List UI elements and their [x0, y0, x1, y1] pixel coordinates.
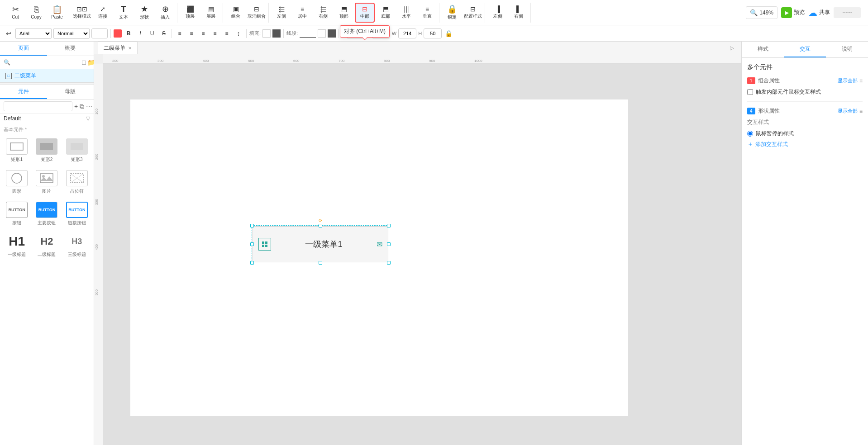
underline-button[interactable]: U [147, 28, 157, 38]
align-right-text-button[interactable]: ≡ [210, 28, 220, 38]
line-weight-swatch[interactable] [328, 29, 336, 38]
show-all-combine[interactable]: 显示全部 [838, 77, 858, 84]
share-button[interactable]: ☁ 共享 [808, 7, 830, 18]
comp-grid-buttons: BUTTON 按钮 BUTTON 主要按钮 BUTTON 链接按钮 [0, 198, 94, 230]
shape-button[interactable]: ★ 形状 [134, 3, 154, 23]
text-button[interactable]: T 文本 [114, 3, 134, 23]
comp-item-button-primary[interactable]: BUTTON 主要按钮 [33, 200, 60, 228]
connect-button[interactable]: ⤢ 连接 [93, 3, 113, 23]
select-button[interactable]: ⊡⊡ 选择模式 [72, 3, 92, 23]
line-style-picker[interactable] [300, 29, 316, 38]
font-size-input[interactable] [91, 28, 108, 38]
list-button[interactable]: ≡ [175, 28, 185, 38]
comp-item-circle[interactable]: 圆形 [4, 168, 30, 196]
panel-right-button[interactable]: ▌ 右侧 [509, 3, 529, 23]
comp-item-button-link[interactable]: BUTTON 链接按钮 [64, 200, 90, 228]
components-panel: 元件 母版 + ⧉ ⋯ Default ▽ 基本元件 * [0, 85, 94, 445]
comp-item-rect2[interactable]: 矩形2 [33, 137, 60, 165]
comp-item-rect1[interactable]: 矩形1 [4, 137, 30, 165]
user-avatar[interactable]: •••••• [834, 7, 861, 18]
style-button[interactable]: ⊟ 配置样式 [463, 3, 483, 23]
comp-more-button[interactable]: ⋯ [86, 101, 92, 111]
italic-button[interactable]: I [135, 28, 145, 38]
canvas-scroll-area[interactable]: 200 300 400 500 600 700 800 900 1000 100… [94, 54, 741, 445]
undo-button[interactable]: ↩ [4, 28, 14, 38]
lock-button[interactable]: 🔒 锁定 [442, 3, 462, 23]
zoom-control[interactable]: 🔍 149% [746, 6, 777, 19]
font-style-select[interactable]: Normal [53, 28, 90, 39]
tab-pages[interactable]: 页面 [0, 42, 47, 56]
strikethrough-button[interactable]: S [159, 28, 169, 38]
align-right-button[interactable]: ⬱ 右侧 [313, 3, 333, 23]
comp-item-h1[interactable]: H1 一级标题 [4, 232, 30, 260]
panel-left-button[interactable]: ▐ 左侧 [488, 3, 508, 23]
canvas-white[interactable]: ⟳ [130, 99, 628, 416]
ungroup-button[interactable]: ⊟ 取消组合 [247, 3, 267, 23]
align-center-text-button[interactable]: ≡ [198, 28, 208, 38]
distribute-h-button[interactable]: ||| 水平 [396, 3, 416, 23]
svg-rect-2 [71, 143, 83, 150]
comp-item-placeholder[interactable]: 占位符 [64, 168, 90, 196]
tab-master[interactable]: 母版 [47, 85, 94, 99]
canvas-tab-close[interactable]: ✕ [128, 46, 132, 51]
paste-button[interactable]: 📋 Paste [47, 3, 67, 23]
font-color-swatch[interactable] [114, 29, 122, 38]
tab-outline[interactable]: 概要 [47, 42, 94, 56]
menu-widget[interactable]: 一级菜单1 ✉ [253, 226, 388, 262]
insert-button[interactable]: ⊕ 插入 [155, 3, 175, 23]
align-top-button[interactable]: ⬒ 顶部 [334, 3, 354, 23]
tab-explain[interactable]: 说明 [826, 42, 868, 57]
trigger-internal-checkbox[interactable] [747, 89, 753, 95]
align-left-button[interactable]: ⬱ 左侧 [272, 3, 291, 23]
comp-copy-button[interactable]: ⧉ [80, 101, 84, 111]
comp-item-h2[interactable]: H2 二级标题 [33, 232, 60, 260]
w-input[interactable] [398, 28, 416, 38]
comp-search-input[interactable] [4, 101, 72, 111]
comp-item-button[interactable]: BUTTON 按钮 [4, 200, 30, 228]
comp-item-rect3[interactable]: 矩形3 [64, 137, 90, 165]
bold-button[interactable]: B [124, 28, 134, 38]
copy-button[interactable]: ⎘ Copy [26, 3, 46, 23]
canvas-scroll-right[interactable]: ▷ [730, 45, 734, 51]
lock-ratio-button[interactable]: 🔒 [444, 28, 453, 38]
collapse-icon[interactable]: ▽ [86, 115, 90, 122]
align-left-text-button[interactable]: ≡ [186, 28, 196, 38]
new-page-icon[interactable]: □ [82, 59, 86, 66]
page-item-second-menu[interactable]: □ 二级菜单 [0, 69, 94, 82]
top-layer-button[interactable]: ⬛ 顶层 [180, 3, 200, 23]
cut-button[interactable]: ✂ Cut [5, 3, 25, 23]
line-color-swatch[interactable] [318, 29, 326, 38]
group-button[interactable]: ▣ 组合 [226, 3, 246, 23]
show-all-shape[interactable]: 显示全部 [838, 108, 858, 114]
fill-style-swatch[interactable] [272, 29, 281, 38]
tab-components[interactable]: 元件 [0, 85, 47, 99]
comp-add-button[interactable]: + [74, 101, 78, 111]
page-search-input[interactable] [12, 59, 80, 66]
canvas-tab-second-menu[interactable]: 二级菜单 ✕ [98, 42, 138, 54]
font-family-select[interactable]: Arial [15, 28, 52, 39]
combine-prop-label: 组合属性 [758, 77, 780, 85]
menu-widget-container[interactable]: ⟳ [253, 226, 388, 262]
align-justify-text-button[interactable]: ≡ [222, 28, 232, 38]
fill-color-swatch[interactable] [262, 29, 271, 38]
interact-style-label: 交互样式 [747, 118, 863, 126]
align-bottom-button[interactable]: ⬒ 底部 [376, 3, 396, 23]
comp-item-h3[interactable]: H3 三级标题 [64, 232, 90, 260]
hover-style-radio[interactable] [747, 131, 753, 137]
tab-interact[interactable]: 交互 [784, 42, 826, 57]
comp-item-image[interactable]: 图片 [33, 168, 60, 196]
menu-icon[interactable]: ≡ [859, 78, 863, 84]
lock-icon: 🔒 [447, 5, 457, 13]
distribute-v-button[interactable]: ≡ 垂直 [417, 3, 437, 23]
add-interact-button[interactable]: ＋ 添加交互样式 [747, 140, 863, 148]
tab-style[interactable]: 样式 [742, 42, 784, 57]
align-middle-button[interactable]: ⊟ 中部 对齐 (Ctrl+Alt+M) [355, 3, 375, 23]
rotate-handle[interactable]: ⟳ [318, 218, 323, 222]
layer-button[interactable]: ▤ 层层 [201, 3, 221, 23]
paste-icon: 📋 [52, 5, 62, 14]
preview-button[interactable]: ▶ 预览 [781, 7, 805, 18]
line-height-button[interactable]: ↕ [234, 28, 243, 38]
align-center-button[interactable]: ≡ 居中 [292, 3, 312, 23]
shape-menu-icon[interactable]: ≡ [859, 108, 863, 114]
h-input[interactable] [424, 28, 442, 38]
